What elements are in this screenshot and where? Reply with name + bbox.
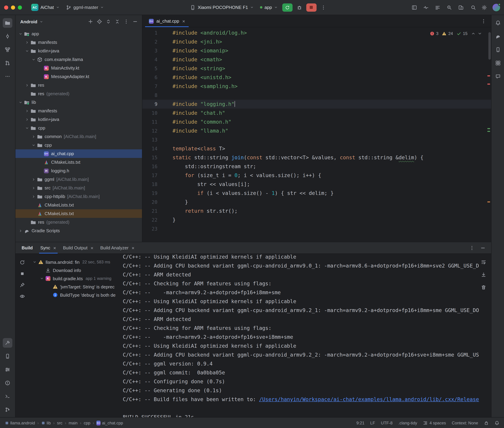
tree-item-cmakelists-txt[interactable]: CMakeLists.txt <box>16 158 142 166</box>
tree-item-manifests[interactable]: manifests <box>16 38 142 47</box>
tree-item-messageadapter-kt[interactable]: KMessageAdapter.kt <box>16 72 142 81</box>
tree-item-kotlin-java[interactable]: kotlin+java <box>16 115 142 124</box>
chevron-right-icon[interactable] <box>24 40 30 45</box>
logcat-button[interactable] <box>433 3 443 12</box>
app-inspection-button[interactable] <box>444 3 454 12</box>
device-selector[interactable]: Xiaomi POCOPHONE F1 <box>188 3 256 11</box>
branch-selector[interactable]: ggml-master <box>63 3 106 11</box>
build-window-title[interactable]: Build <box>19 245 35 250</box>
breadcrumb-item[interactable]: lib <box>41 420 51 425</box>
tree-item-cmakelists-txt[interactable]: CMakeLists.txt <box>16 201 142 209</box>
run-config-selector[interactable]: app <box>257 3 280 11</box>
clang-tidy[interactable]: .clang-tidy <box>398 420 417 425</box>
close-tab-icon[interactable]: × <box>132 246 134 250</box>
problems-button[interactable] <box>3 378 12 388</box>
chevron-right-icon[interactable] <box>31 177 36 182</box>
scroll-to-end-button[interactable] <box>479 270 488 280</box>
structure-button[interactable] <box>3 45 12 54</box>
profiler-button[interactable] <box>421 3 431 12</box>
change-stripe-mark[interactable] <box>487 128 490 129</box>
tree-item-mainactivity-kt[interactable]: KMainActivity.kt <box>16 64 142 72</box>
code-line-5[interactable]: 5#include <string> <box>142 64 491 73</box>
code-line-8[interactable]: 8 <box>142 91 491 100</box>
project-view-mode-selector[interactable]: Android <box>20 19 43 24</box>
code-line-13[interactable]: 13 <box>142 135 491 144</box>
close-tab-icon[interactable]: × <box>182 19 185 24</box>
error-stripe-mark[interactable] <box>487 83 490 85</box>
code-line-15[interactable]: 15static std::string join(const std::vec… <box>142 153 491 162</box>
tree-item-ggml[interactable]: ggml[AiChat.lib.main] <box>16 175 142 184</box>
tree-item-buildtype-debug-is-both-de[interactable]: BuildType 'debug' is both de <box>29 291 122 299</box>
tree-item-res[interactable]: res <box>16 81 142 89</box>
code-line-6[interactable]: 6#include <unistd.h> <box>142 73 491 82</box>
code-line-9[interactable]: 9#include "logging.h" <box>142 100 491 109</box>
code-line-16[interactable]: 16 std::ostringstream str; <box>142 162 491 171</box>
breadcrumb-item[interactable]: src <box>57 420 62 425</box>
chevron-down-icon[interactable] <box>31 142 36 148</box>
running-devices-button[interactable] <box>456 3 466 12</box>
tree-item-res[interactable]: res(generated) <box>16 89 142 98</box>
inspections-widget[interactable]: 3 24 15 <box>430 29 482 38</box>
app-quality-insights-button[interactable] <box>493 72 503 81</box>
project-button[interactable] <box>3 18 12 28</box>
gradle-button[interactable] <box>493 32 503 41</box>
tree-item-logging-h[interactable]: Hlogging.h <box>16 166 142 175</box>
error-stripe-mark[interactable] <box>487 75 490 76</box>
tree-item-llama-android-fin[interactable]: llama.android: fin22 sec, 583 ms <box>29 258 122 266</box>
code-line-22[interactable]: 22} <box>142 215 491 224</box>
tree-item-cpp-httplib[interactable]: cpp-httplib[AiChat.lib.main] <box>16 192 142 201</box>
zoom-window-button[interactable] <box>18 5 22 9</box>
tree-item--jvmtarget-string-is-deprec[interactable]: 'jvmTarget: String' is deprec <box>29 283 122 291</box>
code-line-14[interactable]: 14template<class T> <box>142 144 491 153</box>
expand-all-button[interactable] <box>104 17 112 26</box>
clear-console-button[interactable] <box>479 283 488 292</box>
rerun-build-button[interactable] <box>18 258 26 266</box>
tree-item-cpp[interactable]: cpp <box>16 124 142 132</box>
panel-options-button[interactable] <box>122 17 130 26</box>
close-tab-icon[interactable]: × <box>53 246 56 250</box>
resource-manager-button[interactable] <box>493 58 503 68</box>
editor-scrollbar[interactable] <box>488 32 491 60</box>
settings-button[interactable] <box>479 3 489 12</box>
chevron-right-icon[interactable] <box>24 82 30 88</box>
code-line-19[interactable]: 19 if (i < values.size() - 1) { str << d… <box>142 189 491 198</box>
more-tool-windows-button[interactable] <box>3 72 12 81</box>
chevron-down-icon[interactable] <box>24 125 30 131</box>
close-tab-icon[interactable]: × <box>91 246 93 250</box>
chevron-down-icon[interactable] <box>17 99 23 105</box>
previous-problem-icon[interactable] <box>471 31 476 36</box>
user-avatar[interactable] <box>493 4 500 11</box>
chevron-down-icon[interactable] <box>32 259 37 265</box>
line-separator[interactable]: LF <box>370 420 375 425</box>
console-link[interactable]: /Users/hanyin/Workspace/ai-chat/examples… <box>259 396 479 403</box>
stop-build-button[interactable] <box>18 270 26 278</box>
chevron-right-icon[interactable] <box>31 185 36 191</box>
code-line-4[interactable]: 4#include <cmath> <box>142 55 491 64</box>
build-console[interactable]: C/C++: -- Using KleidiAI optimized kerne… <box>122 254 491 417</box>
tree-item-src[interactable]: src[AiChat.lib.main] <box>16 184 142 192</box>
breadcrumb-item[interactable]: cpp <box>84 420 90 425</box>
tab-sync[interactable]: Sync× <box>37 242 60 254</box>
device-pairing-button[interactable] <box>410 3 419 12</box>
minimize-window-button[interactable] <box>11 5 15 9</box>
tree-item-build-gradle-kts[interactable]: Kbuild.gradle.ktsapp 1 warning <box>29 274 122 283</box>
code-line-21[interactable]: 21 return str.str(); <box>142 206 491 215</box>
commit-button[interactable] <box>3 32 12 41</box>
close-window-button[interactable] <box>4 5 8 9</box>
terminal-button[interactable] <box>3 392 12 401</box>
code-line-23[interactable]: 23 <box>142 224 491 233</box>
editor-tabs-menu[interactable] <box>479 16 488 25</box>
debug-button[interactable] <box>295 3 304 12</box>
version-control-button[interactable] <box>3 405 12 414</box>
device-explorer-button[interactable] <box>3 351 12 361</box>
tree-item-common[interactable]: common[AiChat.lib.main] <box>16 132 142 141</box>
chevron-right-icon[interactable] <box>31 134 36 139</box>
code-editor[interactable]: 1#include <android/log.h>2#include <jni.… <box>142 27 491 242</box>
locate-file-button[interactable] <box>95 17 103 26</box>
search-everywhere-button[interactable] <box>469 3 478 12</box>
warning-stripe-mark[interactable] <box>487 201 490 202</box>
code-line-17[interactable]: 17 for (size_t i = 0; i < values.size();… <box>142 171 491 180</box>
build-button[interactable] <box>3 338 12 348</box>
tree-item-kotlin-java[interactable]: kotlin+java <box>16 47 142 55</box>
pin-tab-button[interactable] <box>18 281 26 289</box>
